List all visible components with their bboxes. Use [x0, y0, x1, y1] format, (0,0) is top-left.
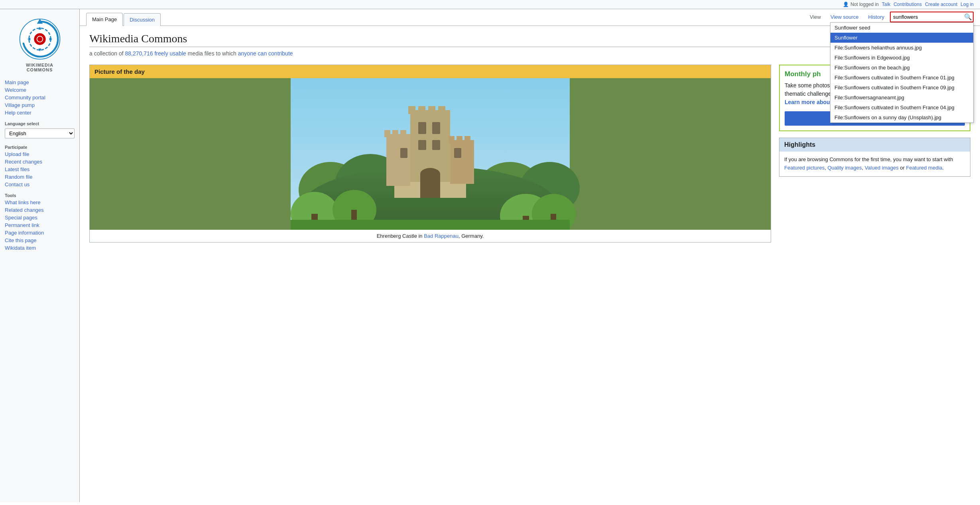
logo-text: WIKIMEDIACOMMONS [26, 63, 53, 72]
talk-link[interactable]: Talk [882, 2, 890, 7]
featured-media-link[interactable]: Featured media [906, 165, 942, 171]
user-status: 👤 Not logged in [843, 2, 879, 7]
autocomplete-item[interactable]: File:Sunflowers helianthus annuus.jpg [830, 43, 973, 53]
potd-caption: Ehrenberg Castle in Bad Rappenau, German… [90, 230, 771, 242]
svg-rect-28 [457, 136, 462, 143]
view-source-link[interactable]: View source [827, 11, 863, 23]
tab-discussion[interactable]: Discussion [124, 13, 161, 26]
create-account-link[interactable]: Create account [925, 2, 957, 7]
svg-rect-34 [400, 148, 407, 158]
language-select[interactable]: English Deutsch Français Español 中文 [5, 128, 75, 138]
login-link[interactable]: Log in [960, 2, 974, 7]
svg-rect-29 [464, 136, 470, 143]
autocomplete-item[interactable]: File:Sunflowersagnaneamt.jpg [830, 93, 973, 103]
valued-images-link[interactable]: Valued images [865, 165, 899, 171]
sidebar-item-welcome[interactable]: Welcome [0, 86, 79, 94]
svg-rect-27 [449, 136, 455, 143]
autocomplete-item[interactable]: File:Sunflowers on a sunny day (Unsplash… [830, 112, 973, 122]
sidebar-item-related-changes[interactable]: Related changes [0, 206, 79, 214]
top-bar: 👤 Not logged in Talk Contributions Creat… [0, 0, 980, 9]
tab-bar-left: Main Page Discussion [86, 12, 806, 26]
user-icon: 👤 [843, 2, 849, 7]
potd-header: Picture of the day [90, 65, 771, 78]
contribute-link[interactable]: anyone can contribute [238, 50, 293, 57]
logo-svg [18, 17, 62, 61]
search-input[interactable] [890, 12, 974, 22]
svg-rect-32 [418, 140, 426, 150]
autocomplete-item[interactable]: File:Sunflowers on the beach.jpg [830, 63, 973, 73]
svg-rect-46 [291, 220, 570, 230]
sidebar-item-permanent-link[interactable]: Permanent link [0, 221, 79, 229]
svg-rect-33 [432, 140, 440, 150]
sidebar-item-help-center[interactable]: Help center [0, 109, 79, 116]
autocomplete-item[interactable]: File:Sunflowers cultivated in Southern F… [830, 73, 973, 83]
highlights-body: If you are browsing Commons for the firs… [779, 152, 970, 176]
tools-section: Tools What links here Related changes Sp… [0, 191, 79, 252]
not-logged-in-label: Not logged in [850, 2, 879, 7]
tab-bar-right: View View source History 🔍 Sunflower see… [806, 11, 974, 26]
tab-main-page[interactable]: Main Page [86, 13, 123, 26]
autocomplete-item-selected[interactable]: Sunflower [830, 33, 973, 43]
svg-rect-22 [386, 134, 410, 186]
content-area: Main Page Discussion View View source Hi… [80, 9, 980, 502]
participate-section: Participate Upload file Recent changes L… [0, 143, 79, 188]
sidebar-item-cite-this-page[interactable]: Cite this page [0, 237, 79, 244]
site-logo[interactable]: WIKIMEDIACOMMONS [0, 12, 79, 79]
featured-pictures-link[interactable]: Featured pictures [784, 165, 825, 171]
sidebar-item-wikidata-item[interactable]: Wikidata item [0, 244, 79, 252]
svg-rect-18 [408, 106, 415, 114]
participate-title: Participate [0, 143, 79, 150]
sidebar-item-page-information[interactable]: Page information [0, 229, 79, 237]
history-link[interactable]: History [864, 11, 888, 23]
contributions-link[interactable]: Contributions [893, 2, 922, 7]
castle-image [90, 78, 771, 230]
autocomplete-item[interactable]: File:Sunflowers cultivated in Southern F… [830, 83, 973, 93]
language-section-title: Language select [0, 120, 79, 127]
search-button[interactable]: 🔍 [964, 14, 972, 20]
svg-rect-30 [418, 122, 426, 134]
page-wrapper: WIKIMEDIACOMMONS Main page Welcome Commu… [0, 9, 980, 502]
potd-image [90, 78, 771, 230]
nav-section: Main page Welcome Community portal Villa… [0, 79, 79, 116]
tools-title: Tools [0, 191, 79, 199]
sidebar-item-village-pump[interactable]: Village pump [0, 101, 79, 109]
sidebar-item-upload-file[interactable]: Upload file [0, 150, 79, 158]
sidebar-item-main-page[interactable]: Main page [0, 79, 79, 86]
sidebar: WIKIMEDIACOMMONS Main page Welcome Commu… [0, 9, 80, 502]
sidebar-item-contact-us[interactable]: Contact us [0, 181, 79, 188]
tab-bar: Main Page Discussion View View source Hi… [80, 9, 980, 26]
svg-rect-20 [428, 106, 435, 114]
picture-of-the-day-box: Picture of the day [89, 65, 771, 243]
autocomplete-dropdown: Sunflower seed Sunflower File:Sunflowers… [830, 22, 974, 123]
left-column: Picture of the day [89, 65, 771, 249]
view-label: View [806, 11, 825, 23]
sidebar-item-random-file[interactable]: Random file [0, 173, 79, 181]
bad-rappenau-link[interactable]: Bad Rappenau [424, 233, 459, 239]
svg-rect-25 [400, 130, 406, 137]
svg-rect-35 [454, 148, 461, 158]
autocomplete-item[interactable]: Sunflower seed [830, 23, 973, 33]
sidebar-item-recent-changes[interactable]: Recent changes [0, 158, 79, 166]
file-count-link[interactable]: 88,270,716 freely usable [125, 50, 186, 57]
svg-rect-24 [392, 130, 398, 137]
language-section: Language select English Deutsch Français… [0, 120, 79, 140]
svg-rect-21 [438, 106, 445, 114]
svg-rect-26 [450, 140, 474, 184]
highlights-header: Highlights [779, 138, 970, 152]
search-wrapper: 🔍 Sunflower seed Sunflower File:Sunflowe… [890, 12, 974, 22]
svg-point-4 [37, 36, 43, 42]
sidebar-item-special-pages[interactable]: Special pages [0, 214, 79, 221]
svg-point-37 [420, 168, 440, 180]
autocomplete-item[interactable]: File:Sunflowers cultivated in Southern F… [830, 103, 973, 112]
highlights-box: Highlights If you are browsing Commons f… [779, 138, 970, 177]
autocomplete-item[interactable]: File:Sunflowers in Edgewood.jpg [830, 53, 973, 63]
svg-rect-23 [384, 130, 390, 137]
quality-images-link[interactable]: Quality images [827, 165, 862, 171]
sidebar-item-what-links-here[interactable]: What links here [0, 199, 79, 206]
svg-rect-31 [432, 122, 440, 134]
sidebar-item-latest-files[interactable]: Latest files [0, 166, 79, 173]
sidebar-item-community-portal[interactable]: Community portal [0, 94, 79, 101]
svg-rect-19 [418, 106, 425, 114]
